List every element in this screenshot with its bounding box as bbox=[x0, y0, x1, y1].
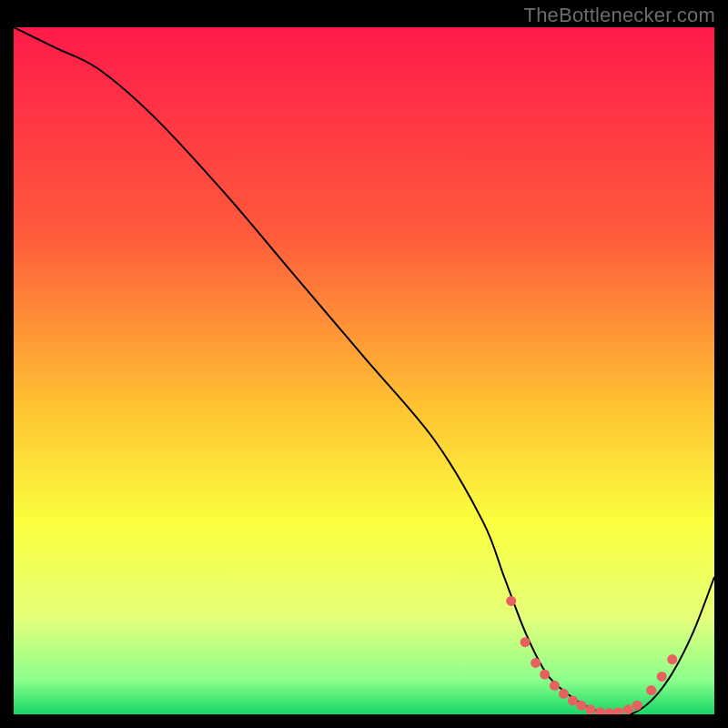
highlight-dot bbox=[568, 695, 578, 705]
highlight-dot bbox=[623, 704, 633, 714]
plot-area bbox=[14, 27, 714, 714]
gradient-background bbox=[14, 27, 714, 714]
attribution-text: TheBottlenecker.com bbox=[524, 4, 715, 27]
chart-svg bbox=[14, 27, 714, 714]
chart-container: TheBottlenecker.com bbox=[0, 0, 728, 728]
highlight-dot bbox=[506, 596, 516, 606]
highlight-dot bbox=[576, 701, 586, 711]
highlight-dot bbox=[540, 670, 550, 680]
highlight-dot bbox=[521, 637, 531, 647]
highlight-dot bbox=[632, 701, 642, 711]
highlight-dot bbox=[646, 685, 656, 695]
highlight-dot bbox=[559, 689, 569, 699]
highlight-dot bbox=[585, 704, 595, 714]
highlight-dot bbox=[667, 654, 677, 664]
highlight-dot bbox=[531, 658, 541, 668]
highlight-dot bbox=[657, 672, 667, 682]
highlight-dot bbox=[550, 681, 560, 691]
